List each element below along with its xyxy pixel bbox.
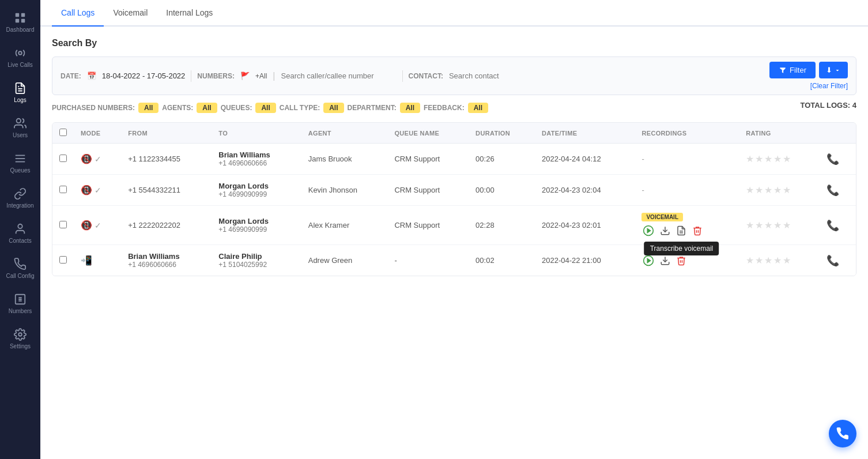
callee-number-input[interactable] [281,72,397,80]
tab-call-logs[interactable]: Call Logs [52,0,104,27]
delete-icon [676,255,686,266]
feedback-label: FEEDBACK: [424,104,465,112]
plus-all-button[interactable]: +All [255,72,267,80]
sidebar-item-label: Dashboard [6,27,35,33]
download-recording-button[interactable] [659,254,671,267]
star-2[interactable]: ★ [755,185,763,195]
search-by-title: Search By [52,38,856,48]
star-3[interactable]: ★ [764,185,772,195]
svg-rect-3 [21,19,25,22]
mode-icons: 📲 [81,255,114,266]
row-checkbox[interactable] [59,155,67,162]
select-all-checkbox[interactable] [59,129,67,136]
filter-icon [779,66,787,74]
call-action-icon[interactable]: 📞 [827,255,839,266]
star-4[interactable]: ★ [773,185,782,195]
row-to: Morgan Lords +1 4699090999 [212,206,301,245]
agents-chip[interactable]: All [197,103,217,113]
sidebar-item-label: Settings [10,343,31,349]
star-1[interactable]: ★ [746,153,754,164]
delete-recording-button[interactable] [691,224,704,237]
sidebar-item-settings[interactable]: Settings [0,322,40,355]
tab-internal-logs[interactable]: Internal Logs [157,0,222,27]
star-2[interactable]: ★ [755,153,763,164]
queues-chip[interactable]: All [255,103,276,113]
clear-filter-link[interactable]: [Clear Filter] [810,82,848,90]
star-1[interactable]: ★ [746,220,754,231]
row-checkbox[interactable] [59,186,67,193]
content-area: Search By DATE: 📅 18-04-2022 - 17-05-202… [40,27,868,459]
row-queue: CRM Support [387,144,469,175]
star-1[interactable]: ★ [746,185,754,195]
call-type-chip[interactable]: All [323,103,344,113]
incoming-call-icon: 📲 [81,255,92,266]
main-content: Call Logs Voicemail Internal Logs Search… [40,0,868,459]
mode-icons: 📵 ✓ [81,220,114,231]
sidebar-item-label: Users [13,132,28,138]
star-rating: ★ ★ ★ ★ ★ [746,255,813,266]
star-4[interactable]: ★ [773,220,782,231]
star-1[interactable]: ★ [746,255,754,266]
check-icon: ✓ [95,155,101,164]
calendar-icon: 📅 [87,72,96,80]
sidebar-item-numbers[interactable]: Numbers [0,287,40,320]
star-3[interactable]: ★ [764,220,772,231]
star-5[interactable]: ★ [783,255,791,266]
sidebar-item-logs[interactable]: Logs [0,76,40,109]
play-recording-button[interactable] [641,224,655,238]
fab-phone-button[interactable] [829,420,856,447]
star-4[interactable]: ★ [773,153,782,164]
contact-search-input[interactable] [449,72,546,80]
row-checkbox-cell [52,206,74,245]
call-action-icon[interactable]: 📞 [827,185,839,196]
star-5[interactable]: ★ [783,153,791,164]
col-queue: QUEUE NAME [387,123,469,144]
sidebar-item-contacts[interactable]: Contacts [0,217,40,250]
download-button[interactable]: ⬇ [819,62,848,78]
row-checkbox-cell [52,144,74,175]
total-logs: TOTAL LOGS: 4 [800,101,856,110]
star-2[interactable]: ★ [755,220,763,231]
star-3[interactable]: ★ [764,255,772,266]
svg-point-4 [18,51,22,55]
row-agent: Adrew Green [301,245,388,276]
row-duration: 00:26 [469,144,535,175]
department-chip[interactable]: All [400,103,420,113]
tab-voicemail[interactable]: Voicemail [104,0,157,27]
row-checkbox[interactable] [59,221,67,228]
mode-icons: 📵 ✓ [81,153,114,164]
star-5[interactable]: ★ [783,185,791,195]
call-type-label: CALL TYPE: [280,104,320,112]
star-5[interactable]: ★ [783,220,791,231]
logs-icon [14,82,27,95]
download-recording-button[interactable] [659,224,671,237]
feedback-chip[interactable]: All [468,103,488,113]
row-checkbox[interactable] [59,256,67,264]
call-action-icon[interactable]: 📞 [827,220,839,231]
star-4[interactable]: ★ [773,255,782,266]
transcribe-voicemail-button[interactable] [675,224,688,237]
star-3[interactable]: ★ [764,153,772,164]
purchased-numbers-chip[interactable]: All [138,103,158,113]
sidebar-item-users[interactable]: Users [0,111,40,144]
call-action-icon[interactable]: 📞 [827,153,839,165]
sidebar-item-dashboard[interactable]: Dashboard [0,6,40,39]
sidebar-item-livecalls[interactable]: Live Calls [0,41,40,74]
star-rating: ★ ★ ★ ★ ★ [746,153,813,164]
fab-phone-icon [836,427,850,441]
delete-recording-button[interactable] [675,254,688,267]
queues-icon [14,152,27,165]
sidebar-item-queues[interactable]: Queues [0,146,40,179]
play-recording-button[interactable] [641,254,655,268]
live-icon [14,47,27,59]
row-mode: 📵 ✓ [74,175,121,206]
filter-actions: Filter ⬇ [Clear Filter] [769,62,848,90]
sidebar-item-integration[interactable]: Integration [0,182,40,215]
play-icon [643,255,654,266]
star-2[interactable]: ★ [755,255,763,266]
sidebar-item-callconfig[interactable]: Call Config [0,252,40,285]
missed-call-icon: 📵 [81,185,92,195]
star-rating: ★ ★ ★ ★ ★ [746,185,813,195]
filter-button[interactable]: Filter [769,62,816,78]
missed-call-icon: 📵 [81,153,92,164]
